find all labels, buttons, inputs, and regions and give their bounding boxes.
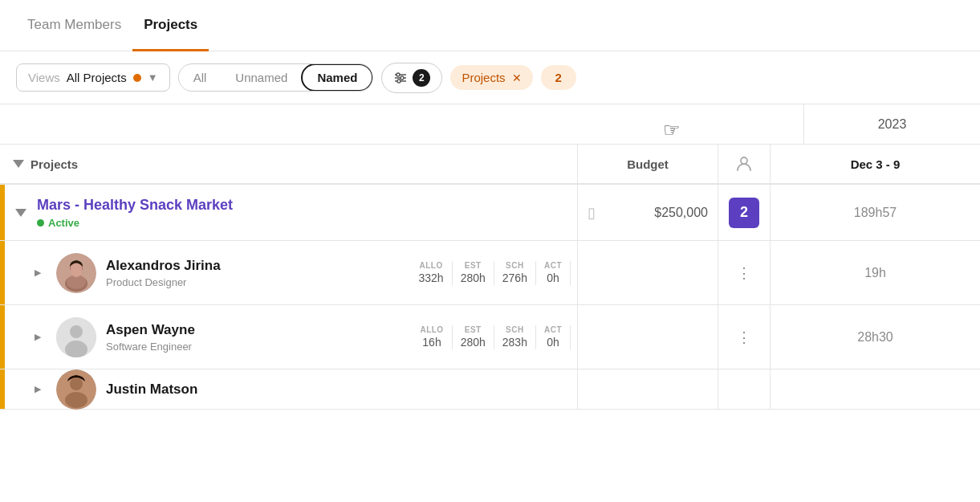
stat-est-label-0: EST — [465, 261, 482, 270]
col-budget-header: Budget — [578, 145, 718, 183]
member-row-left-2: ▶ Justin Matson — [0, 369, 578, 409]
stat-act-label-1: ACT — [544, 325, 562, 334]
member-row-1: ▶ Aspen Wayne Software Engineer ALLO 16h… — [0, 305, 980, 369]
member-role-1: Software Engineer — [106, 341, 420, 353]
member-name-0: Alexandros Jirina — [106, 258, 418, 274]
sort-icon[interactable] — [13, 160, 24, 168]
filter-all-button[interactable]: All — [179, 65, 222, 90]
document-icon[interactable]: ▯ — [588, 204, 596, 222]
col-date-member-1: 28h30 — [771, 305, 980, 369]
stat-est-0: EST 280h — [461, 261, 486, 284]
budget-value: $250,000 — [654, 206, 708, 220]
person-icon — [735, 155, 753, 173]
svg-point-4 — [401, 76, 404, 80]
tab-projects[interactable]: Projects — [132, 0, 209, 51]
member-expand-button-2[interactable]: ▶ — [29, 381, 47, 398]
stat-act-value-0: 0h — [547, 271, 559, 284]
stat-divider-1-0 — [452, 261, 453, 285]
filter-unnamed-button[interactable]: Unnamed — [221, 65, 302, 90]
col-person-member-0: ⋮ — [718, 241, 771, 304]
col-person-member-1: ⋮ — [718, 305, 771, 369]
stat-allo-0: ALLO 332h — [418, 261, 443, 284]
col-budget-cell: ▯ $250,000 — [578, 185, 718, 240]
stat-divider-1-1 — [452, 325, 453, 349]
stat-allo-1: ALLO 16h — [420, 325, 443, 349]
tab-team-members[interactable]: Team Members — [16, 0, 132, 51]
stat-sch-1: SCH 283h — [502, 325, 527, 349]
tabs-bar: Team Members Projects — [0, 0, 980, 51]
member-info-2: Justin Matson — [106, 382, 571, 398]
views-value: All Projects — [67, 71, 127, 84]
col-date-label: Dec 3 - 9 — [851, 157, 901, 171]
avatar-image-2 — [56, 369, 96, 410]
member-expand-button-0[interactable]: ▶ — [29, 264, 47, 282]
svg-point-14 — [70, 325, 83, 338]
avatar-2 — [56, 369, 96, 410]
stat-sch-0: SCH 276h — [502, 261, 527, 284]
col-date-header: Dec 3 - 9 — [771, 145, 980, 183]
stat-allo-label-0: ALLO — [419, 261, 442, 270]
filter-badge: 2 — [413, 69, 430, 87]
member-yellow-bar-0 — [0, 241, 5, 304]
member-row-0: ▶ Alexandros Jirina Product Designer ALL… — [0, 241, 980, 305]
stat-divider-3-1 — [535, 325, 536, 349]
member-hours-0: 19h — [864, 266, 886, 280]
member-yellow-bar-2 — [0, 369, 5, 409]
filter-named-button[interactable]: Named — [301, 63, 373, 92]
member-info-0: Alexandros Jirina Product Designer — [106, 258, 418, 288]
col-budget-member-0 — [578, 241, 718, 304]
projects-chip-label: Projects — [462, 71, 505, 84]
stat-sch-value-0: 276h — [502, 271, 527, 284]
stat-divider-3-0 — [535, 261, 536, 285]
filter-icon-button[interactable]: 2 — [381, 63, 442, 93]
views-label: Views — [28, 71, 60, 84]
table-header: Projects Budget Dec 3 - 9 — [0, 145, 980, 185]
member-expand-button-1[interactable]: ▶ — [29, 329, 47, 346]
project-expand-button[interactable] — [11, 203, 30, 222]
stat-act-1: ACT 0h — [544, 325, 562, 349]
col-budget-member-2 — [578, 369, 718, 409]
num-chip[interactable]: 2 — [541, 65, 576, 90]
expand-arrow-icon — [15, 209, 26, 217]
stat-est-value-0: 280h — [461, 271, 486, 284]
filter-sliders-icon — [393, 71, 408, 85]
col-projects-header: Projects — [0, 145, 578, 183]
member-info-1: Aspen Wayne Software Engineer — [106, 322, 420, 353]
stat-divider-4-1 — [570, 325, 571, 349]
member-stats-1: ALLO 16h EST 280h SCH 283h ACT 0h — [420, 325, 571, 349]
avatar-0 — [56, 253, 96, 293]
stat-sch-value-1: 283h — [502, 336, 527, 349]
stat-act-value-1: 0h — [547, 336, 559, 349]
stat-divider-4-0 — [570, 261, 571, 285]
member-yellow-bar-1 — [0, 305, 5, 369]
member-row-left-0: ▶ Alexandros Jirina Product Designer ALL… — [0, 241, 578, 304]
year-label: 2023 — [803, 104, 980, 144]
projects-chip-close-icon[interactable]: ✕ — [512, 71, 522, 84]
col-date-member-2 — [771, 369, 980, 409]
more-options-icon-1[interactable]: ⋮ — [737, 329, 751, 346]
orange-dot-indicator — [133, 74, 141, 82]
project-info: Mars - Healthy Snack Market Active — [37, 197, 233, 229]
stat-divider-2-1 — [494, 325, 494, 349]
avatar-placeholder-1 — [56, 317, 96, 357]
stat-allo-label-1: ALLO — [420, 325, 443, 334]
more-options-icon-0[interactable]: ⋮ — [737, 264, 751, 282]
views-dropdown[interactable]: Views All Projects ▼ — [16, 63, 170, 92]
stat-divider-2-0 — [494, 261, 494, 285]
svg-point-5 — [397, 80, 401, 83]
svg-point-15 — [65, 341, 87, 357]
stat-sch-label-0: SCH — [506, 261, 524, 270]
status-dot-icon — [37, 219, 44, 227]
stat-sch-label-1: SCH — [506, 325, 524, 334]
col-date-cell-project: 189h57 — [771, 185, 980, 240]
svg-point-6 — [741, 157, 747, 164]
col-budget-member-1 — [578, 305, 718, 369]
stat-act-label-0: ACT — [544, 261, 562, 270]
projects-chip[interactable]: Projects ✕ — [450, 65, 532, 90]
svg-point-17 — [70, 378, 83, 390]
stat-act-0: ACT 0h — [544, 261, 562, 284]
project-row: Mars - Healthy Snack Market Active ▯ $25… — [0, 185, 980, 241]
svg-point-12 — [71, 264, 82, 277]
member-role-0: Product Designer — [106, 276, 418, 288]
project-name[interactable]: Mars - Healthy Snack Market — [37, 197, 233, 214]
